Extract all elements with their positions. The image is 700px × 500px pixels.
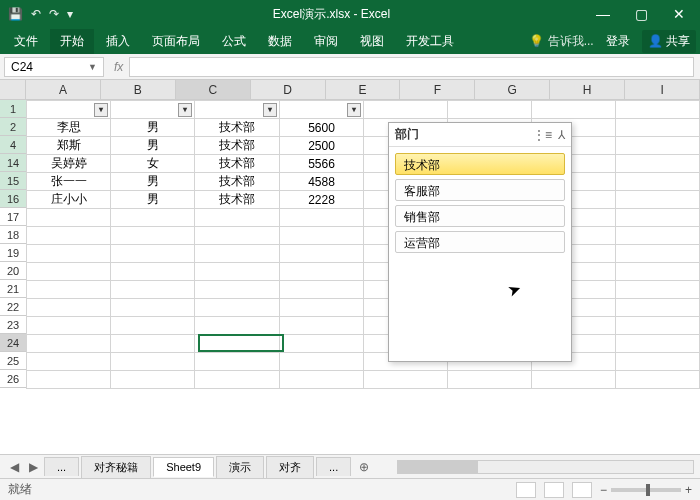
view-layout-button[interactable] bbox=[544, 482, 564, 498]
row-header-19[interactable]: 19 bbox=[0, 244, 26, 262]
sheet-tab-demo[interactable]: 演示 bbox=[216, 456, 264, 478]
row-header-22[interactable]: 22 bbox=[0, 298, 26, 316]
row-header-1[interactable]: 1 bbox=[0, 100, 26, 118]
row-header-17[interactable]: 17 bbox=[0, 208, 26, 226]
multiselect-icon[interactable]: ⋮≡ bbox=[533, 128, 552, 142]
table-header[interactable]: 业绩▾ bbox=[279, 101, 364, 119]
table-cell[interactable]: 男 bbox=[111, 173, 195, 191]
table-cell[interactable]: 男 bbox=[111, 119, 195, 137]
row-header-16[interactable]: 16 bbox=[0, 190, 26, 208]
clear-filter-icon[interactable]: ⅄ bbox=[558, 128, 565, 142]
row-header-18[interactable]: 18 bbox=[0, 226, 26, 244]
spreadsheet-grid[interactable]: ABCDEFGHI 12414151617181920212223242526 … bbox=[0, 80, 700, 454]
tab-nav-next[interactable]: ▶ bbox=[25, 460, 42, 474]
table-cell[interactable]: 2500 bbox=[279, 137, 364, 155]
maximize-button[interactable]: ▢ bbox=[624, 6, 658, 22]
select-all-corner[interactable] bbox=[0, 80, 26, 100]
minimize-button[interactable]: — bbox=[586, 6, 620, 22]
table-cell[interactable]: 2228 bbox=[279, 191, 364, 209]
row-header-20[interactable]: 20 bbox=[0, 262, 26, 280]
table-cell[interactable]: 郑斯 bbox=[27, 137, 111, 155]
col-header-A[interactable]: A bbox=[26, 80, 101, 99]
slicer-header[interactable]: 部门 ⋮≡ ⅄ bbox=[389, 123, 571, 147]
share-button[interactable]: 👤 共享 bbox=[642, 30, 696, 53]
filter-dropdown-icon[interactable]: ▾ bbox=[263, 103, 277, 117]
sheet-tab-more-left[interactable]: ... bbox=[44, 457, 79, 476]
zoom-in-button[interactable]: + bbox=[685, 483, 692, 497]
cells-area[interactable]: 姓名▾性别▾部门▾业绩▾李思男技术部5600郑斯男技术部2500吴婷婷女技术部5… bbox=[26, 100, 700, 454]
tab-file[interactable]: 文件 bbox=[4, 29, 48, 54]
tab-review[interactable]: 审阅 bbox=[304, 29, 348, 54]
table-cell[interactable]: 吴婷婷 bbox=[27, 155, 111, 173]
slicer-item[interactable]: 销售部 bbox=[395, 205, 565, 227]
row-header-21[interactable]: 21 bbox=[0, 280, 26, 298]
save-icon[interactable]: 💾 bbox=[8, 7, 23, 21]
table-cell[interactable]: 男 bbox=[111, 191, 195, 209]
slicer-item[interactable]: 运营部 bbox=[395, 231, 565, 253]
horizontal-scrollbar[interactable] bbox=[397, 460, 694, 474]
row-header-25[interactable]: 25 bbox=[0, 352, 26, 370]
zoom-control[interactable]: − + bbox=[600, 483, 692, 497]
col-header-F[interactable]: F bbox=[400, 80, 475, 99]
col-header-B[interactable]: B bbox=[101, 80, 176, 99]
sheet-tab-align[interactable]: 对齐 bbox=[266, 456, 314, 478]
redo-icon[interactable]: ↷ bbox=[49, 7, 59, 21]
table-cell[interactable]: 庄小小 bbox=[27, 191, 111, 209]
table-cell[interactable]: 4588 bbox=[279, 173, 364, 191]
filter-dropdown-icon[interactable]: ▾ bbox=[94, 103, 108, 117]
row-header-2[interactable]: 2 bbox=[0, 118, 26, 136]
formula-input[interactable] bbox=[129, 57, 694, 77]
sheet-tab-align-tips[interactable]: 对齐秘籍 bbox=[81, 456, 151, 478]
zoom-out-button[interactable]: − bbox=[600, 483, 607, 497]
table-cell[interactable]: 技术部 bbox=[195, 191, 279, 209]
filter-dropdown-icon[interactable]: ▾ bbox=[178, 103, 192, 117]
row-header-4[interactable]: 4 bbox=[0, 136, 26, 154]
tab-home[interactable]: 开始 bbox=[50, 29, 94, 54]
table-header[interactable]: 部门▾ bbox=[195, 101, 279, 119]
col-header-G[interactable]: G bbox=[475, 80, 550, 99]
table-cell[interactable]: 技术部 bbox=[195, 137, 279, 155]
row-header-15[interactable]: 15 bbox=[0, 172, 26, 190]
slicer-panel[interactable]: 部门 ⋮≡ ⅄ 技术部客服部销售部运营部 bbox=[388, 122, 572, 362]
tab-nav-prev[interactable]: ◀ bbox=[6, 460, 23, 474]
table-cell[interactable]: 技术部 bbox=[195, 173, 279, 191]
view-pagebreak-button[interactable] bbox=[572, 482, 592, 498]
tab-insert[interactable]: 插入 bbox=[96, 29, 140, 54]
col-header-H[interactable]: H bbox=[550, 80, 625, 99]
table-header[interactable]: 姓名▾ bbox=[27, 101, 111, 119]
tell-me[interactable]: 💡 告诉我... bbox=[529, 33, 593, 50]
table-cell[interactable]: 李思 bbox=[27, 119, 111, 137]
chevron-down-icon[interactable]: ▼ bbox=[88, 62, 97, 72]
col-header-I[interactable]: I bbox=[625, 80, 700, 99]
col-header-E[interactable]: E bbox=[326, 80, 401, 99]
row-header-24[interactable]: 24 bbox=[0, 334, 26, 352]
tab-view[interactable]: 视图 bbox=[350, 29, 394, 54]
col-header-C[interactable]: C bbox=[176, 80, 251, 99]
row-header-14[interactable]: 14 bbox=[0, 154, 26, 172]
login-button[interactable]: 登录 bbox=[596, 29, 640, 54]
zoom-slider[interactable] bbox=[611, 488, 681, 492]
col-header-D[interactable]: D bbox=[251, 80, 326, 99]
qat-dropdown-icon[interactable]: ▾ bbox=[67, 7, 73, 21]
slicer-item[interactable]: 技术部 bbox=[395, 153, 565, 175]
name-box[interactable]: C24▼ bbox=[4, 57, 104, 77]
filter-dropdown-icon[interactable]: ▾ bbox=[347, 103, 361, 117]
add-sheet-button[interactable]: ⊕ bbox=[353, 460, 375, 474]
undo-icon[interactable]: ↶ bbox=[31, 7, 41, 21]
scrollbar-thumb[interactable] bbox=[398, 461, 478, 473]
table-cell[interactable]: 5600 bbox=[279, 119, 364, 137]
sheet-tab-more-right[interactable]: ... bbox=[316, 457, 351, 476]
table-cell[interactable]: 5566 bbox=[279, 155, 364, 173]
tab-data[interactable]: 数据 bbox=[258, 29, 302, 54]
fx-icon[interactable]: fx bbox=[108, 60, 129, 74]
table-cell[interactable]: 技术部 bbox=[195, 119, 279, 137]
slicer-item[interactable]: 客服部 bbox=[395, 179, 565, 201]
row-header-26[interactable]: 26 bbox=[0, 370, 26, 388]
sheet-tab-sheet9[interactable]: Sheet9 bbox=[153, 457, 214, 477]
tab-formulas[interactable]: 公式 bbox=[212, 29, 256, 54]
table-header[interactable]: 性别▾ bbox=[111, 101, 195, 119]
table-cell[interactable]: 技术部 bbox=[195, 155, 279, 173]
row-header-23[interactable]: 23 bbox=[0, 316, 26, 334]
view-normal-button[interactable] bbox=[516, 482, 536, 498]
tab-developer[interactable]: 开发工具 bbox=[396, 29, 464, 54]
